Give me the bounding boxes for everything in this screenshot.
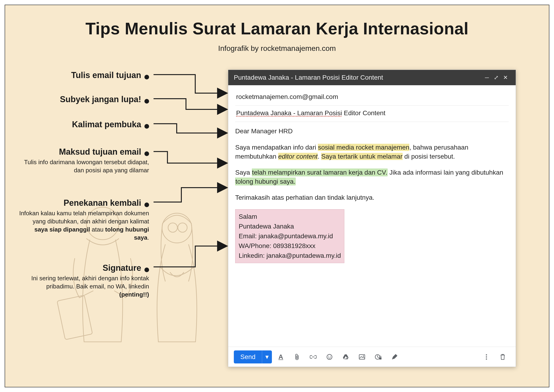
- send-dropdown-icon[interactable]: ▾: [262, 350, 272, 364]
- label-title: Tulis email tujuan: [71, 70, 141, 80]
- svg-point-14: [486, 358, 487, 359]
- bullet-dot: [145, 124, 149, 129]
- label-penekanan: Penekanan kembali Infokan kalau kamu tel…: [19, 198, 149, 242]
- email-paragraph-3: Terimakasih atas perhatian dan tindak la…: [235, 193, 509, 202]
- image-icon[interactable]: [356, 351, 367, 363]
- label-title: Signature: [103, 263, 141, 273]
- bullet-dot: [145, 151, 149, 156]
- bullet-dot: [145, 75, 149, 79]
- email-window-title: Puntadewa Janaka - Lamaran Posisi Editor…: [234, 74, 482, 81]
- label-title: Subyek jangan lupa!: [60, 95, 141, 104]
- attach-icon[interactable]: [291, 351, 303, 363]
- more-options-icon[interactable]: [481, 351, 492, 363]
- email-body: rocketmanajemen.com@gmail.com Puntadewa …: [228, 85, 516, 347]
- bullet-dot: [145, 99, 149, 104]
- label-desc: Ini sering terlewat, akhiri dengan info …: [19, 274, 149, 299]
- bullet-dot: [145, 203, 149, 207]
- highlight-yellow: sosial media rocket manajemen: [318, 144, 409, 151]
- svg-point-6: [328, 356, 329, 357]
- email-paragraph-1: Saya mendapatkan info dari sosial media …: [235, 143, 509, 161]
- label-title: Kalimat pembuka: [72, 119, 141, 129]
- emoji-icon[interactable]: [324, 351, 335, 363]
- svg-point-4: [178, 223, 187, 232]
- email-signature-block: Salam Puntadewa Janaka Email: janaka@pun…: [235, 209, 344, 263]
- svg-point-3: [168, 223, 177, 232]
- email-content[interactable]: Dear Manager HRD Saya mendapatkan info d…: [235, 122, 509, 263]
- expand-icon[interactable]: ⤢: [492, 74, 501, 81]
- email-to-field[interactable]: rocketmanajemen.com@gmail.com: [235, 89, 509, 106]
- svg-rect-1: [57, 295, 93, 340]
- highlight-green: telah melampirkan surat lamaran kerja da…: [252, 168, 388, 176]
- label-maksud: Maksud tujuan email Tulis info darimana …: [19, 147, 149, 175]
- email-greeting: Dear Manager HRD: [235, 126, 509, 136]
- link-icon[interactable]: [308, 351, 319, 363]
- svg-point-12: [486, 354, 487, 355]
- label-subyek: Subyek jangan lupa!: [19, 94, 149, 104]
- page-title: Tips Menulis Surat Lamaran Kerja Interna…: [5, 19, 549, 38]
- email-toolbar: Send ▾ A: [228, 347, 516, 367]
- pen-icon[interactable]: [389, 351, 400, 363]
- svg-point-13: [486, 356, 487, 357]
- infographic-canvas: Tips Menulis Surat Lamaran Kerja Interna…: [5, 5, 549, 387]
- text-format-icon[interactable]: A: [275, 351, 286, 363]
- highlight-yellow: editor content: [278, 153, 318, 160]
- svg-point-9: [363, 355, 364, 356]
- minimize-icon[interactable]: ─: [482, 74, 492, 81]
- label-desc: Infokan kalau kamu telah melampirkan dok…: [19, 209, 149, 242]
- highlight-yellow: Saya tertarik untuk melamar: [321, 153, 402, 160]
- label-signature: Signature Ini sering terlewat, akhiri de…: [19, 263, 149, 299]
- svg-point-5: [327, 354, 332, 359]
- confidential-mode-icon[interactable]: [373, 351, 384, 363]
- send-button[interactable]: Send ▾: [234, 350, 272, 364]
- label-email-tujuan: Tulis email tujuan: [19, 70, 149, 80]
- page-subtitle: Infografik by rocketmanajemen.com: [5, 44, 549, 53]
- svg-rect-11: [379, 357, 381, 359]
- highlight-green: tolong hubungi saya.: [235, 178, 296, 185]
- label-desc: Tulis info darimana lowongan tersebut di…: [19, 158, 149, 175]
- bullet-dot: [145, 267, 149, 272]
- close-icon[interactable]: ✕: [501, 74, 510, 81]
- email-subject-field[interactable]: Puntadewa Janaka - Lamaran Posisi Editor…: [235, 106, 509, 122]
- email-compose-window: Puntadewa Janaka - Lamaran Posisi Editor…: [228, 70, 516, 367]
- label-pembuka: Kalimat pembuka: [19, 119, 149, 129]
- drive-icon[interactable]: [340, 351, 351, 363]
- label-title: Maksud tujuan email: [59, 147, 141, 156]
- email-paragraph-2: Saya telah melampirkan surat lamaran ker…: [235, 168, 509, 186]
- trash-icon[interactable]: [497, 351, 508, 363]
- svg-point-7: [330, 356, 331, 357]
- email-titlebar: Puntadewa Janaka - Lamaran Posisi Editor…: [228, 70, 516, 85]
- label-title: Penekanan kembali: [64, 198, 141, 208]
